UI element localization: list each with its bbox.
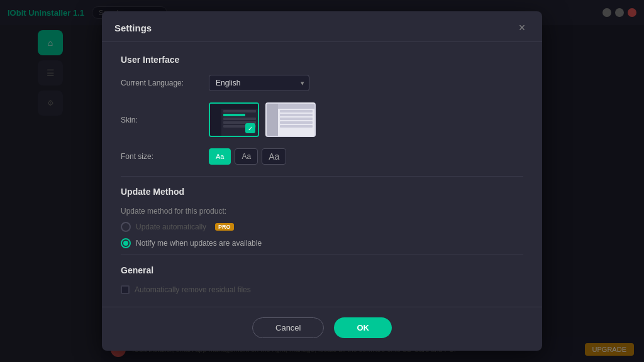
skin-light-button[interactable] [265,102,316,137]
update-auto-radio[interactable] [121,222,131,232]
light-mini-row-4 [280,121,313,124]
update-notify-label: Notify me when updates are available [136,239,262,248]
language-row: Current Language: English French German … [121,75,523,91]
skin-selected-check: ✓ [245,123,255,133]
light-mini-content [278,104,314,136]
light-mini-bar [278,104,314,109]
update-method-title: Update Method [121,187,523,197]
dialog-footer: Cancel OK [102,307,542,351]
dialog-title: Settings [114,23,152,33]
cancel-button[interactable]: Cancel [252,317,324,338]
skin-light-preview [267,104,314,136]
ok-button[interactable]: OK [334,317,392,338]
skin-options: ✓ [209,102,316,137]
update-auto-label: Update automatically [136,222,206,231]
light-mini-row-5 [280,125,313,128]
dialog-close-button[interactable]: × [514,20,530,35]
dialog-body: User Interface Current Language: English… [102,42,542,307]
dark-mini-row-2 [223,114,245,116]
language-label: Current Language: [121,79,209,87]
divider-1 [121,176,523,177]
dark-mini-row-3 [223,118,256,120]
font-large-button[interactable]: Aa [262,148,286,165]
settings-dialog: Settings × User Interface Current Langua… [102,11,542,351]
language-select[interactable]: English French German Spanish Chinese [209,75,309,91]
general-title: General [121,265,523,275]
divider-2 [121,255,523,255]
skin-label: Skin: [121,116,209,124]
residual-files-row[interactable]: Automatically remove residual files [121,285,523,294]
user-interface-title: User Interface [121,55,523,65]
user-interface-section: User Interface Current Language: English… [121,55,523,165]
font-size-row: Font size: Aa Aa Aa [121,148,523,165]
light-mini-row-3 [280,118,313,120]
update-notify-radio[interactable] [121,238,131,248]
language-select-wrapper: English French German Spanish Chinese [209,75,309,91]
update-notify-row[interactable]: Notify me when updates are available [121,238,523,248]
skin-row: Skin: [121,102,523,137]
light-mini-row-1 [280,110,313,112]
dialog-header: Settings × [102,11,542,42]
update-method-description: Update method for this product: [121,207,523,216]
dark-mini-sidebar [210,104,221,136]
skin-dark-button[interactable]: ✓ [209,102,259,137]
dark-mini-bar [221,104,258,109]
font-size-options: Aa Aa Aa [209,148,286,165]
residual-files-label: Automatically remove residual files [135,285,251,294]
residual-files-checkbox[interactable] [121,285,130,294]
general-section: General Automatically remove residual fi… [121,255,523,294]
light-mini-row-2 [280,114,313,116]
pro-badge: PRO [215,223,234,231]
light-mini-sidebar [267,104,278,136]
update-auto-row[interactable]: Update automatically PRO [121,222,523,232]
font-medium-button[interactable]: Aa [235,148,258,165]
dark-mini-row-1 [223,110,256,112]
update-method-section: Update Method Update method for this pro… [121,176,523,248]
font-size-label: Font size: [121,152,209,161]
font-small-button[interactable]: Aa [209,148,231,165]
